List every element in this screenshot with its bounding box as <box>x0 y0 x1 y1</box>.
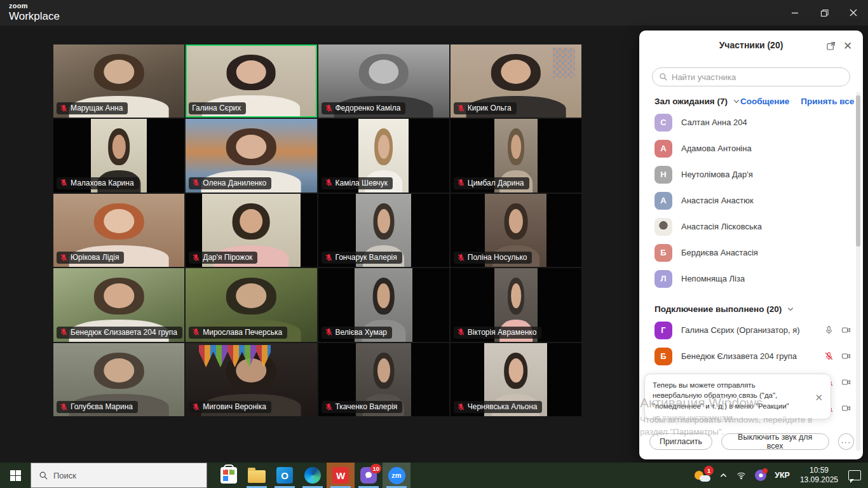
muted-mic-icon <box>192 179 200 187</box>
taskbar-search[interactable] <box>31 463 207 488</box>
connected-label[interactable]: Подключение выполнено (20) <box>654 304 782 314</box>
participant-search[interactable] <box>652 67 850 86</box>
microsoft-store-icon[interactable] <box>215 463 243 488</box>
video-tile[interactable]: Гончарук Валерія <box>318 194 449 267</box>
waiting-participant-row[interactable]: А Адамова Антоніна <box>639 135 863 161</box>
participant-name-tag: Федоренко Каміла <box>322 102 406 114</box>
participant-name-tag: Галина Сєрих <box>189 102 246 114</box>
more-options-button[interactable]: ··· <box>838 433 855 450</box>
file-explorer-icon[interactable] <box>243 463 271 488</box>
video-tile[interactable]: Юрікова Лідія <box>53 194 184 267</box>
connected-participant-row[interactable]: Б Бенедюк Єлизавета 204 група <box>639 343 863 369</box>
participant-name-tag: Велієва Хумар <box>322 327 393 339</box>
chevron-down-icon[interactable] <box>733 97 740 105</box>
waiting-room-label[interactable]: Зал ожидания (7) <box>654 97 728 106</box>
video-tile[interactable]: Велієва Хумар <box>318 268 449 341</box>
participant-name: Каміла Шевчук <box>336 179 388 187</box>
windows-taskbar: O W 10 zm 1 <box>0 463 868 488</box>
video-tile[interactable]: Кирик Ольга <box>451 44 581 118</box>
participant-name: Велієва Хумар <box>336 328 388 337</box>
participant-name: Неутолімова Дар'я <box>681 170 753 179</box>
waiting-participant-row[interactable]: Н Неутолімова Дар'я <box>639 161 863 187</box>
language-indicator[interactable]: УКР <box>773 463 792 488</box>
video-tile[interactable]: Чернявська Альона <box>451 343 581 416</box>
video-tile[interactable]: Олена Даниленко <box>186 119 316 192</box>
muted-mic-icon <box>457 403 465 411</box>
video-tile[interactable]: Голубєва Марина <box>53 343 184 416</box>
panel-scrollbar-thumb[interactable] <box>856 95 860 247</box>
wps-office-icon[interactable]: W <box>327 463 355 488</box>
video-tile[interactable]: Цимбал Дарина <box>451 119 581 192</box>
participant-name: Бенедюк Єлизавета 204 група <box>71 328 177 337</box>
start-button[interactable] <box>0 463 31 488</box>
video-tile[interactable]: Марущак Анна <box>53 44 184 118</box>
participant-name-tag: Дар'я Пірожок <box>189 252 257 264</box>
video-tile[interactable]: Вікторія Авраменко <box>451 268 581 341</box>
waiting-participant-row[interactable]: Анастасія Лісковська <box>639 214 863 240</box>
search-input[interactable] <box>672 72 843 82</box>
mute-all-button[interactable]: Выключить звук для всех <box>721 433 829 450</box>
restore-button[interactable] <box>810 0 839 25</box>
avatar: Г <box>654 322 672 339</box>
participant-name: Ткаченко Валерія <box>336 402 398 411</box>
message-link[interactable]: Сообщение <box>740 97 789 106</box>
video-tile[interactable]: Каміла Шевчук <box>318 119 449 192</box>
minimize-button[interactable] <box>780 0 810 25</box>
clock-time: 10:59 <box>800 466 838 475</box>
connected-participant-row[interactable]: Г Галина Сєрих (Организатор, я) <box>639 317 863 343</box>
close-panel-icon[interactable]: ✕ <box>841 39 854 52</box>
video-tile[interactable]: Ткаченко Валерія <box>318 343 449 416</box>
muted-mic-icon <box>325 403 333 411</box>
wifi-icon[interactable] <box>734 463 749 488</box>
participant-name-tag: Малахова Карина <box>57 177 139 189</box>
connected-header: Подключение выполнено (20) <box>639 301 854 317</box>
tray-expand-icon[interactable] <box>717 463 729 488</box>
video-tile[interactable]: Поліна Носулько <box>451 194 581 267</box>
search-icon <box>39 471 48 480</box>
waiting-participant-row[interactable]: С Салтан Анна 204 <box>639 109 863 135</box>
video-tile[interactable]: Галина Сєрих <box>186 44 316 118</box>
waiting-participant-row[interactable]: А Анастасія Анастюк <box>639 187 863 214</box>
avatar: Н <box>654 166 672 184</box>
video-tile[interactable]: Федоренко Каміла <box>318 44 449 118</box>
pop-out-icon[interactable] <box>825 39 837 52</box>
participant-name: Непомняща Ліза <box>681 274 745 283</box>
admit-all-link[interactable]: Принять все <box>801 97 854 106</box>
participant-name-tag: Марущак Анна <box>57 102 128 114</box>
participant-name: Цимбал Дарина <box>468 179 524 187</box>
avatar: А <box>654 192 672 210</box>
participant-name-tag: Бенедюк Єлизавета 204 група <box>57 327 182 339</box>
waiting-participant-row[interactable]: Л Непомняща Ліза <box>639 266 863 292</box>
participant-name: Вікторія Авраменко <box>468 328 537 337</box>
taskbar-clock[interactable]: 10:59 13.09.2025 <box>796 463 842 488</box>
participant-name-tag: Чернявська Альона <box>454 401 543 413</box>
outlook-icon[interactable]: O <box>271 463 299 488</box>
meeting-stage: Марущак Анна <box>0 25 868 463</box>
avatar: Б <box>654 348 672 365</box>
zoom-app-icon[interactable]: zm <box>383 463 410 488</box>
participant-name: Олена Даниленко <box>203 179 266 187</box>
video-tile[interactable]: Мирослава Печерська <box>186 268 316 341</box>
toast-close-icon[interactable]: ✕ <box>815 392 823 403</box>
edge-icon[interactable] <box>299 463 327 488</box>
viber-tray-icon[interactable] <box>753 463 768 488</box>
muted-mic-icon <box>60 403 68 411</box>
weather-tray-icon[interactable]: 1 <box>691 463 713 488</box>
muted-mic-icon <box>457 179 465 187</box>
toast-line-2: невербальную обратную связь ("да", <box>653 390 809 400</box>
video-tile[interactable]: Малахова Карина <box>53 119 184 192</box>
waiting-participant-row[interactable]: Б Бердиєва Анастасія <box>639 240 863 266</box>
close-window-button[interactable] <box>839 0 868 25</box>
notification-center-icon[interactable] <box>846 463 863 488</box>
viber-icon[interactable]: 10 <box>355 463 383 488</box>
participant-name: Салтан Анна 204 <box>681 118 747 127</box>
chevron-down-icon[interactable] <box>787 305 794 313</box>
taskbar-search-input[interactable] <box>53 471 180 480</box>
toast-line-1: Теперь вы можете отправлять <box>653 380 809 390</box>
avatar: А <box>654 140 672 158</box>
video-tile[interactable]: Бенедюк Єлизавета 204 група <box>53 268 184 341</box>
video-tile[interactable]: Дар'я Пірожок <box>186 194 316 267</box>
video-tile[interactable]: Мигович Вероніка <box>186 343 316 416</box>
invite-button[interactable]: Пригласить <box>649 433 712 450</box>
participant-name: Федоренко Каміла <box>336 104 401 112</box>
